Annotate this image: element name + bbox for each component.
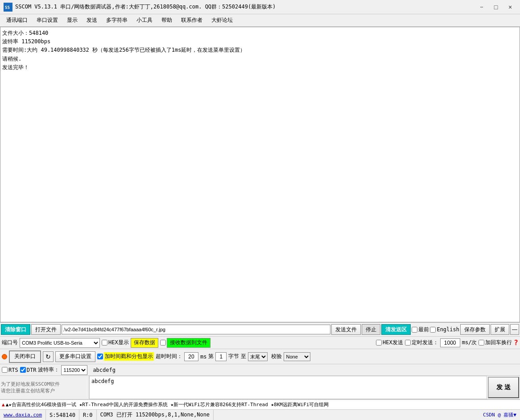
end-select[interactable]: 末尾 <box>248 352 268 361</box>
port-select[interactable]: COM3 Prolific USB-to-Seria <box>20 338 100 348</box>
menu-help[interactable]: 帮助 <box>157 16 177 25</box>
last-checkbox-label[interactable]: 最前 <box>412 326 429 334</box>
rts-text: RTS <box>8 367 18 373</box>
dtr-text: DTR <box>27 367 37 373</box>
timed-send-text: 定时发送： <box>412 339 438 346</box>
send-main-button[interactable]: 发 送 <box>488 377 519 398</box>
hex-send-checkbox[interactable] <box>376 340 382 346</box>
minimize-button[interactable]: － <box>475 3 488 12</box>
ms-unit: ms/次 <box>462 339 477 346</box>
status-bar: www.daxia.com S:548140 R:0 COM3 已打开 1152… <box>0 409 520 420</box>
byte-label: 字节 <box>228 353 239 360</box>
english-checkbox[interactable] <box>430 327 436 333</box>
timestamp-checkbox[interactable] <box>97 354 103 359</box>
help-icon[interactable]: ? <box>514 338 518 347</box>
send-note-1: 为了更好地发展SSCOM软件 <box>1 381 88 387</box>
menu-multi-string[interactable]: 多字符串 <box>102 16 132 25</box>
timeout-input[interactable] <box>184 352 198 361</box>
ms-value-input[interactable] <box>440 338 460 347</box>
status-s-size: S:548140 <box>46 410 79 420</box>
promo-bar: ▲ ▲★合宙高性价比4G模块值得一试 ★RT-Thread中国人的开源免费操作系… <box>0 399 520 409</box>
menu-display[interactable]: 显示 <box>62 16 82 25</box>
output-area[interactable]: 文件大小：548140 波特率 115200bps 需要时间:大约 49.140… <box>0 27 520 322</box>
maximize-button[interactable]: □ <box>490 3 502 12</box>
english-label: English <box>437 326 459 333</box>
rts-label[interactable]: RTS <box>2 367 18 373</box>
status-r-size: R:0 <box>79 410 97 420</box>
save-params-button[interactable]: 保存参数 <box>460 324 490 335</box>
status-port-info: COM3 已打开 115200bps,8,1,None,None <box>97 410 214 420</box>
timestamp-text: 加时间戳和分包显示 <box>104 352 154 361</box>
last-checkbox[interactable] <box>412 327 417 333</box>
menu-contact[interactable]: 联系作者 <box>177 16 207 25</box>
open-file-button[interactable]: 打开文件 <box>31 324 61 335</box>
timeout-unit: ms <box>200 354 206 360</box>
add-newline-label[interactable]: 加回车换行 <box>479 339 512 346</box>
recv-file-label[interactable]: 接收数据到文件 <box>160 338 210 348</box>
add-newline-text: 加回车换行 <box>485 339 512 346</box>
svg-text:SS: SS <box>5 5 10 10</box>
toolbar-row2-right: HEX发送 定时发送： ms/次 加回车换行 ? <box>376 338 518 347</box>
window-controls: － □ × <box>475 3 516 12</box>
clear-window-button[interactable]: 清除窗口 <box>1 324 30 335</box>
timed-send-checkbox[interactable] <box>405 340 411 346</box>
menu-send[interactable]: 发送 <box>82 16 102 25</box>
output-text: 文件大小：548140 波特率 115200bps 需要时间:大约 49.140… <box>2 29 518 72</box>
page-input[interactable] <box>215 352 227 361</box>
hex-send-label[interactable]: HEX发送 <box>376 339 403 346</box>
toolbar-row3: 关闭串口 ↻ 更多串口设置 加时间戳和分包显示 超时时间： ms 第 字节 至 … <box>0 349 520 364</box>
refresh-button[interactable]: ↻ <box>43 351 54 362</box>
recv-file-checkbox[interactable] <box>160 340 166 346</box>
send-file-button[interactable]: 发送文件 <box>331 324 361 335</box>
menu-tools[interactable]: 小工具 <box>132 16 157 25</box>
verify-label: 校验 <box>271 353 282 360</box>
hex-display-checkbox[interactable] <box>102 340 107 346</box>
minus-button[interactable]: — <box>510 324 519 335</box>
toolbar-row1: 清除窗口 打开文件 发送文件 停止 清发送区 最前 English 保存参数 扩… <box>0 322 520 337</box>
port-status-indicator <box>2 354 7 359</box>
close-port-label: 关闭串口 <box>14 353 36 360</box>
timed-send-label[interactable]: 定时发送： <box>405 339 438 346</box>
save-data-button[interactable]: 保存数据 <box>131 338 158 348</box>
dtr-label[interactable]: DTR <box>20 367 37 373</box>
clear-send-button[interactable]: 清发送区 <box>381 324 411 335</box>
send-note-2: 请您注册嘉立创结尾客户 <box>1 387 88 394</box>
expand-button[interactable]: 扩展 <box>491 324 509 335</box>
rts-checkbox[interactable] <box>2 367 8 373</box>
status-right: CSDN @ 嘉骚▼ <box>479 412 520 418</box>
baud-label: 波特率： <box>38 366 59 374</box>
title-bar: SS SSCOM V5.13.1 串口/网络数据调试器,作者:大虾丁丁,2618… <box>0 0 520 14</box>
main-content: 文件大小：548140 波特率 115200bps 需要时间:大约 49.140… <box>0 27 520 420</box>
baud-select[interactable]: 115200 9600 19200 38400 57600 230400 <box>61 365 87 375</box>
more-settings-button[interactable]: 更多串口设置 <box>55 351 95 362</box>
menu-comm-port[interactable]: 通讯端口 <box>2 16 32 25</box>
status-website[interactable]: www.daxia.com <box>0 410 46 420</box>
menu-serial-settings[interactable]: 串口设置 <box>32 16 62 25</box>
timestamp-label[interactable]: 加时间戳和分包显示 <box>97 352 154 361</box>
hex-display-text: HEX显示 <box>108 339 129 346</box>
verify-select[interactable]: None <box>284 352 310 361</box>
send-input-value: abcdefg <box>93 367 116 373</box>
promo-star-icon: ▲ <box>2 402 5 408</box>
hex-send-text: HEX发送 <box>383 339 403 346</box>
timeout-label: 超时时间： <box>156 353 182 360</box>
input-row: 为了更好地发展SSCOM软件 请您注册嘉立创结尾客户 发 送 <box>0 376 520 399</box>
close-button[interactable]: × <box>504 3 516 12</box>
port-label: 端口号 <box>2 339 18 346</box>
last-label: 最前 <box>418 326 429 334</box>
close-port-button[interactable]: 关闭串口 <box>9 350 41 363</box>
file-path-input[interactable] <box>62 325 330 334</box>
dtr-checkbox[interactable] <box>20 367 26 373</box>
recv-to-file-button[interactable]: 接收数据到文件 <box>167 338 210 348</box>
add-newline-checkbox[interactable] <box>479 340 484 346</box>
page-label: 第 <box>208 353 214 360</box>
promo-text: ▲★合宙高性价比4G模块值得一试 ★RT-Thread中国人的开源免费操作系统 … <box>6 401 329 408</box>
english-checkbox-label[interactable]: English <box>430 326 459 333</box>
menu-forum[interactable]: 大虾论坛 <box>207 16 237 25</box>
hex-display-label[interactable]: HEX显示 <box>102 339 129 346</box>
stop-button[interactable]: 停止 <box>362 324 380 335</box>
send-input[interactable] <box>89 376 487 399</box>
window-title: SSCOM V5.13.1 串口/网络数据调试器,作者:大虾丁丁,2618058… <box>15 3 475 11</box>
toolbar-row2: 端口号 COM3 Prolific USB-to-Seria HEX显示 保存数… <box>0 337 520 349</box>
website-link[interactable]: www.daxia.com <box>4 412 42 418</box>
